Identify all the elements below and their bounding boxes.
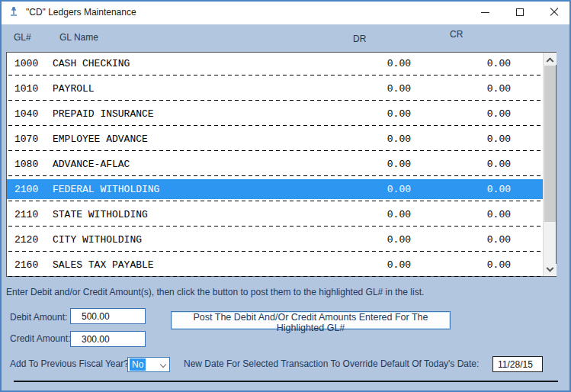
column-header-credit: CR (450, 29, 463, 40)
credit-amount-cell: 0.00 (411, 83, 511, 95)
credit-amount-cell: 0.00 (411, 209, 511, 220)
table-row-line[interactable]: 1000CASH CHECKING0.000.00 (7, 53, 543, 73)
debit-amount-cell: 0.00 (327, 159, 411, 170)
dropdown-chevron-icon (160, 361, 166, 368)
column-header-name: GL Name (59, 32, 98, 43)
table-row-line[interactable]: 1080ADVANCE-AFLAC0.000.00 (7, 154, 543, 174)
column-header-debit: DR (353, 34, 366, 44)
app-window: "CD" Ledgers Maintenance GL# GL Name DR … (0, 0, 571, 392)
row-separator (8, 175, 541, 176)
maximize-button[interactable] (502, 0, 537, 24)
table-row[interactable]: 2160SALES TAX PAYABLE0.000.00 (7, 255, 543, 279)
gl-name-cell: STATE WITHOLDING (53, 209, 327, 220)
row-separator (8, 276, 541, 277)
credit-amount-label: Credit Amount: (10, 333, 70, 344)
row-separator (8, 75, 541, 76)
bottom-divider-line (14, 381, 558, 382)
table-row[interactable]: 1080ADVANCE-AFLAC0.000.00 (7, 154, 543, 178)
row-separator (8, 150, 541, 151)
debit-amount-cell: 0.00 (327, 108, 411, 120)
table-row[interactable]: 1040PREPAID INSURANCE0.000.00 (7, 104, 543, 128)
table-row[interactable]: 1010PAYROLL0.000.00 (7, 79, 543, 103)
credit-amount-cell: 0.00 (411, 159, 511, 170)
table-row-line[interactable]: 2160SALES TAX PAYABLE0.000.00 (7, 255, 543, 275)
fiscal-year-label: Add To Previous Fiscal Year? (10, 358, 129, 369)
gl-number-cell: 1000 (7, 58, 53, 69)
maximize-icon (516, 8, 524, 16)
fiscal-year-selected-value: No (130, 358, 146, 371)
debit-amount-cell: 0.00 (327, 133, 411, 145)
credit-amount-cell: 0.00 (411, 259, 511, 271)
row-separator (8, 251, 541, 252)
debit-amount-cell: 0.00 (327, 234, 411, 246)
gl-number-cell: 1070 (7, 133, 53, 145)
gl-name-cell: CASH CHECKING (53, 58, 327, 69)
debit-amount-label: Debit Amount: (10, 312, 67, 323)
override-date-label: New Date For Selected Transaction To Ove… (184, 358, 479, 369)
table-row-line[interactable]: 1040PREPAID INSURANCE0.000.00 (7, 104, 543, 124)
scroll-down-button[interactable] (544, 264, 557, 276)
instruction-text: Enter Debit and/or Credit Amount(s), the… (6, 287, 424, 297)
debit-amount-cell: 0.00 (327, 83, 411, 95)
table-row-line[interactable]: 1070EMPLOYEE ADVANCE0.000.00 (7, 129, 543, 149)
scroll-up-button[interactable] (544, 53, 557, 65)
table-row[interactable]: 2110STATE WITHOLDING0.000.00 (7, 204, 543, 229)
debit-amount-cell: 0.00 (327, 184, 411, 195)
gl-number-cell: 1040 (7, 108, 53, 120)
scrollbar-thumb[interactable] (544, 66, 556, 222)
chevron-down-icon (547, 264, 554, 272)
minimize-icon (481, 12, 489, 13)
column-header-gl: GL# (14, 32, 31, 43)
gl-number-cell: 1010 (7, 83, 53, 95)
credit-amount-cell: 0.00 (411, 184, 511, 195)
gl-name-cell: PAYROLL (53, 83, 327, 95)
table-row-line[interactable]: 1010PAYROLL0.000.00 (7, 79, 543, 98)
gl-name-cell: SALES TAX PAYABLE (53, 259, 327, 271)
minimize-button[interactable] (468, 0, 502, 24)
credit-amount-cell: 0.00 (411, 133, 511, 145)
window-controls (468, 0, 571, 24)
credit-amount-cell: 0.00 (411, 234, 511, 246)
gl-name-cell: FEDERAL WITHOLDING (53, 184, 327, 195)
row-separator (8, 100, 541, 101)
gl-name-cell: ADVANCE-AFLAC (53, 159, 327, 170)
table-row[interactable]: 2100FEDERAL WITHOLDING0.000.00 (7, 179, 543, 204)
override-date-input[interactable] (492, 356, 543, 372)
title-bar: "CD" Ledgers Maintenance (0, 0, 571, 24)
close-icon (550, 8, 559, 17)
gl-number-cell: 2110 (7, 209, 53, 220)
table-row[interactable]: 1000CASH CHECKING0.000.00 (7, 53, 543, 78)
table-row[interactable]: 2120CITY WITHOLDING0.000.00 (7, 230, 543, 254)
gl-number-cell: 1080 (7, 159, 53, 170)
table-row-line[interactable]: 2120CITY WITHOLDING0.000.00 (7, 230, 543, 249)
chevron-up-icon (547, 57, 554, 65)
table-row-line[interactable]: 2110STATE WITHOLDING0.000.00 (7, 204, 543, 224)
gl-name-cell: CITY WITHOLDING (53, 234, 327, 246)
app-icon (8, 6, 20, 18)
debit-amount-cell: 0.00 (327, 259, 411, 271)
fiscal-year-dropdown[interactable]: No (127, 357, 170, 372)
window-title: "CD" Ledgers Maintenance (26, 7, 136, 18)
close-button[interactable] (537, 0, 571, 24)
debit-amount-cell: 0.00 (327, 58, 411, 69)
row-separator (8, 201, 541, 201)
vertical-scrollbar[interactable] (543, 53, 556, 276)
gl-name-cell: PREPAID INSURANCE (53, 108, 327, 120)
debit-amount-cell: 0.00 (327, 209, 411, 220)
gl-list-rows: 1000CASH CHECKING0.000.001010PAYROLL0.00… (7, 53, 543, 276)
credit-amount-input[interactable] (70, 331, 146, 347)
credit-amount-cell: 0.00 (411, 108, 511, 120)
row-separator (8, 226, 541, 227)
gl-number-cell: 2160 (7, 259, 53, 271)
debit-amount-input[interactable] (70, 308, 146, 324)
post-amounts-button[interactable]: Post The Debit And/Or Credit Amounts Ent… (171, 311, 451, 329)
table-row[interactable]: 1070EMPLOYEE ADVANCE0.000.00 (7, 129, 543, 153)
gl-name-cell: EMPLOYEE ADVANCE (53, 133, 327, 145)
gl-number-cell: 2100 (7, 184, 53, 195)
credit-amount-cell: 0.00 (411, 58, 511, 69)
gl-number-cell: 2120 (7, 234, 53, 246)
table-row-line[interactable]: 2100FEDERAL WITHOLDING0.000.00 (7, 179, 543, 199)
row-separator (8, 125, 541, 126)
gl-ledger-list: 1000CASH CHECKING0.000.001010PAYROLL0.00… (6, 52, 557, 277)
